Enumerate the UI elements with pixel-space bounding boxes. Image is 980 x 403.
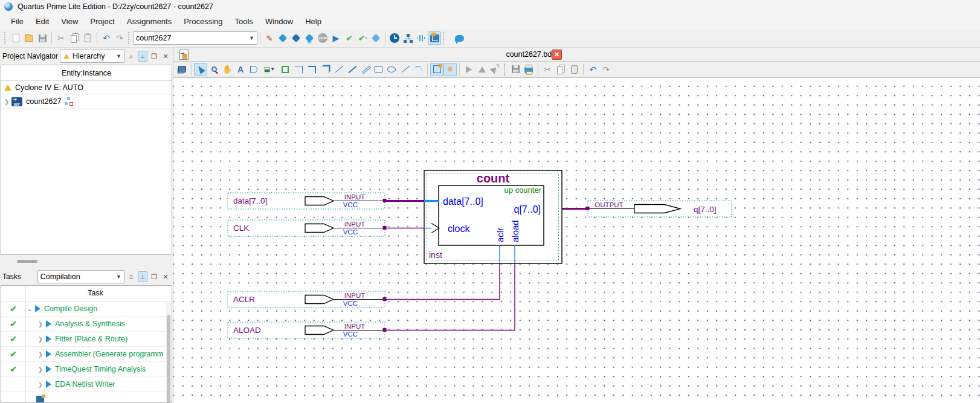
toolbar-drag-handle[interactable] [443, 32, 446, 44]
orthogonal-bus-tool[interactable] [305, 63, 318, 76]
text-tool-button[interactable]: A [234, 63, 247, 76]
assembler-button[interactable] [369, 31, 382, 45]
menu-project[interactable]: Project [84, 15, 120, 28]
hand-tool-button[interactable]: ✋ [221, 63, 234, 76]
task-row-timequest[interactable]: ✔ ❯ TimeQuest Timing Analysis [1, 362, 172, 377]
run-task-icon[interactable] [46, 366, 51, 373]
task-row-fitter[interactable]: ✔ ❯ Fitter (Place & Route) [1, 332, 172, 347]
compile-design-button[interactable] [303, 31, 316, 45]
expand-chevron-icon[interactable]: ❯ [36, 321, 45, 327]
input-pin-data[interactable]: data[7..0] INPUT VCC [228, 193, 387, 209]
menu-edit[interactable]: Edit [30, 15, 55, 28]
run-task-icon[interactable] [46, 320, 51, 327]
start-compilation-button[interactable]: ▶ [329, 31, 343, 45]
input-pin-clk[interactable]: CLK INPUT VCC [228, 220, 387, 236]
editor-undo-button[interactable]: ↶ [586, 63, 599, 76]
tasks-flow-combo[interactable]: Compilation ▼ [37, 270, 124, 283]
task-row-assembler[interactable]: ✔ ❯ Assembler (Generate programm [1, 347, 172, 362]
timing-analysis-button[interactable] [289, 31, 303, 45]
bdf-canvas[interactable]: count data[7..0] up counter q[7..0] cloc… [173, 78, 980, 403]
close-panel-button[interactable]: ✕ [161, 271, 170, 282]
cut-button[interactable]: ✂ [54, 31, 68, 45]
input-pin-aclr[interactable]: ACLR INPUT VCC [228, 291, 387, 308]
navigator-mode-combo[interactable]: Hierarchy ▼ [60, 50, 124, 63]
settings-pencil-button[interactable]: ✎ [263, 31, 276, 45]
analysis-synthesis-button[interactable] [276, 31, 289, 45]
diagonal-conduit-tool[interactable] [358, 63, 372, 76]
task-row-partial[interactable] [1, 392, 172, 403]
stop-processing-button[interactable]: STOP [316, 31, 329, 45]
partial-line-selection-button[interactable]: ✳ [443, 63, 457, 76]
pin-panel-button[interactable]: ⊥ [138, 271, 147, 282]
menu-assignments[interactable]: Assignments [121, 15, 178, 28]
selection-tool-button[interactable] [194, 63, 207, 76]
editor-cut-button[interactable]: ✂ [541, 63, 554, 76]
input-pin-aload[interactable]: ALOAD INPUT VCC [228, 322, 387, 338]
new-file-button[interactable] [9, 31, 22, 45]
aload-wire[interactable] [385, 263, 515, 330]
orthogonal-node-tool[interactable] [292, 63, 305, 76]
close-tab-button[interactable]: ✕ [552, 50, 562, 60]
output-pin-q[interactable]: OUTPUT q[7..0] [586, 201, 732, 217]
diagonal-bus-tool[interactable] [345, 63, 358, 76]
close-panel-button[interactable]: ✕ [161, 51, 170, 62]
run-task-icon[interactable] [46, 350, 51, 358]
diagonal-node-tool[interactable] [332, 63, 345, 76]
block-tool-button[interactable] [279, 63, 292, 76]
menu-help[interactable]: Help [299, 15, 327, 28]
editor-copy-button[interactable] [554, 63, 567, 76]
toolbar-drag-handle[interactable] [4, 32, 7, 44]
zoom-tool-button[interactable] [207, 63, 221, 76]
arc-tool-button[interactable] [411, 63, 425, 76]
collapse-chevron-icon[interactable]: ⌄ [25, 306, 34, 312]
print-button[interactable] [522, 63, 535, 76]
device-tree-row[interactable]: Cyclone IV E: AUTO [1, 81, 172, 95]
copy-button[interactable] [68, 31, 81, 45]
menu-file[interactable]: File [5, 15, 30, 28]
editor-paste-button[interactable] [567, 63, 581, 76]
float-panel-button[interactable]: ❐ [149, 271, 159, 282]
tasks-menu-icon[interactable]: ≡ [126, 271, 136, 282]
run-task-icon[interactable] [46, 381, 51, 388]
detach-window-button[interactable] [175, 63, 189, 76]
pin-tool-dropdown[interactable]: ⬓▼ [260, 63, 279, 76]
design-tree-row[interactable]: ❯ BDF count2627 [1, 95, 172, 109]
current-entity-combo[interactable]: count2627 ▼ [133, 31, 257, 45]
undo-button[interactable]: ↶ [100, 31, 113, 45]
toolbar-drag-handle[interactable] [504, 63, 507, 76]
toolbar-drag-handle[interactable] [128, 32, 131, 44]
expand-chevron-icon[interactable]: ❯ [36, 351, 45, 358]
programmer-button[interactable] [428, 31, 441, 45]
orthogonal-conduit-tool[interactable] [318, 63, 332, 76]
tasks-scrollbar[interactable] [166, 303, 171, 401]
open-project-button[interactable] [22, 31, 36, 45]
editor-save-button[interactable] [509, 63, 522, 76]
task-row-compile-design[interactable]: ✔ ⌄ Compile Design [1, 301, 172, 317]
run-task-icon[interactable] [46, 335, 51, 343]
line-tool-button[interactable] [398, 63, 411, 76]
expand-chevron-icon[interactable]: ❯ [36, 381, 45, 388]
flip-horizontal-button[interactable] [462, 63, 475, 76]
ellipse-tool-button[interactable] [385, 63, 398, 76]
assignment-editor-button[interactable] [414, 31, 428, 45]
pin-panel-button[interactable]: ⊥ [138, 51, 147, 62]
expand-chevron-icon[interactable]: ❯ [36, 366, 45, 373]
symbol-tool-button[interactable] [247, 63, 260, 76]
editor-redo-button[interactable]: ↷ [599, 63, 613, 76]
count-block-symbol[interactable]: count data[7..0] up counter q[7..0] cloc… [424, 170, 562, 263]
menu-tools[interactable]: Tools [229, 15, 259, 28]
menu-processing[interactable]: Processing [178, 15, 228, 28]
rubberbanding-button[interactable] [430, 63, 443, 76]
save-button[interactable] [36, 31, 49, 45]
paste-button[interactable] [81, 31, 94, 45]
menu-window[interactable]: Window [259, 15, 299, 28]
splitter-grip[interactable] [17, 260, 37, 263]
flip-vertical-button[interactable] [475, 63, 489, 76]
start-fitter-button[interactable]: ✔▪ [356, 31, 369, 45]
redo-button[interactable]: ↷ [113, 31, 126, 45]
comment-bubble-button[interactable] [453, 31, 466, 45]
menu-view[interactable]: View [55, 15, 84, 28]
search-icon[interactable]: ⌕ [126, 51, 136, 62]
float-panel-button[interactable]: ❐ [149, 51, 159, 62]
start-analysis-button[interactable]: ✔ [343, 31, 356, 45]
